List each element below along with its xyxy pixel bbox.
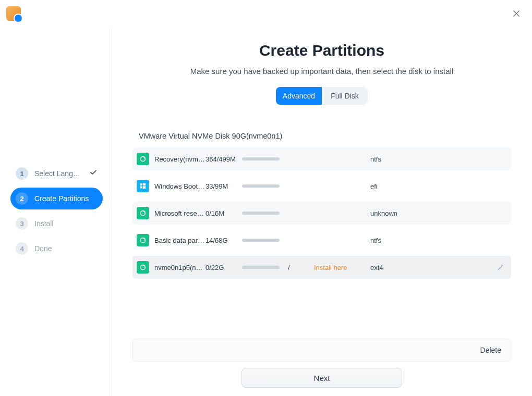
filesystem-type: unknown: [370, 209, 408, 217]
deepin-icon: [137, 234, 149, 246]
partition-row[interactable]: nvme0n1p5(nv…0/22G/Install hereext4: [132, 256, 511, 279]
action-toolbar: Delete: [132, 339, 511, 362]
step-label: Select Langu…: [34, 169, 83, 178]
close-icon: [513, 10, 520, 17]
svg-rect-3: [140, 186, 142, 188]
partition-size: 14/68G: [205, 237, 242, 244]
partition-row[interactable]: Recovery(nvm…364/499Mntfs: [132, 147, 511, 170]
filesystem-type: ext4: [370, 264, 408, 271]
check-icon: [89, 168, 98, 179]
delete-button[interactable]: Delete: [480, 346, 501, 354]
tab-full-disk[interactable]: Full Disk: [322, 87, 368, 105]
usage-bar: [242, 239, 285, 242]
usage-bar: [242, 266, 285, 269]
step-label: Install: [34, 219, 98, 228]
edit-icon[interactable]: [497, 264, 504, 271]
deepin-icon: [137, 207, 149, 219]
sidebar-step-2[interactable]: 2Create Partitions: [10, 188, 103, 209]
step-label: Create Partitions: [34, 194, 98, 203]
sidebar-step-4: 4Done: [10, 238, 103, 259]
partition-list: Recovery(nvm…364/499MntfsWindows Boot …3…: [132, 147, 511, 279]
step-number: 1: [16, 167, 28, 180]
svg-rect-1: [140, 183, 142, 185]
partition-name: Basic data part…: [154, 237, 205, 244]
deepin-icon: [137, 261, 149, 274]
partition-size: 0/16M: [205, 209, 242, 217]
usage-bar: [242, 184, 285, 188]
deepin-icon: [137, 153, 149, 165]
sidebar-step-3: 3Install: [10, 213, 103, 234]
partition-name: Recovery(nvm…: [154, 155, 205, 163]
tab-advanced[interactable]: Advanced: [276, 87, 322, 105]
mount-point: /: [285, 264, 314, 271]
partition-size: 364/499M: [205, 155, 242, 163]
install-hint: Install here: [314, 264, 370, 271]
step-label: Done: [34, 244, 98, 253]
main-panel: Create Partitions Make sure you have bac…: [112, 27, 532, 396]
filesystem-type: efi: [370, 182, 408, 190]
titlebar: [0, 0, 532, 27]
disk-title: VMware Virtual NVMe Disk 90G(nvme0n1): [139, 132, 511, 140]
filesystem-type: ntfs: [370, 237, 408, 244]
partition-name: nvme0n1p5(nv…: [154, 264, 205, 271]
page-subtitle: Make sure you have backed up important d…: [132, 67, 511, 76]
partition-name: Microsoft reser…: [154, 209, 205, 217]
close-button[interactable]: [509, 6, 524, 21]
step-number: 2: [16, 192, 28, 205]
usage-bar: [242, 157, 285, 160]
windows-icon: [137, 180, 149, 192]
step-number: 3: [16, 217, 28, 230]
partition-row[interactable]: Microsoft reser…0/16Munknown: [132, 202, 511, 225]
partition-row[interactable]: Windows Boot …33/99Mefi: [132, 175, 511, 197]
step-number: 4: [16, 242, 28, 255]
sidebar: 1Select Langu…2Create Partitions3Install…: [0, 27, 112, 396]
page-title: Create Partitions: [132, 42, 511, 59]
app-icon: [6, 6, 21, 21]
sidebar-step-1[interactable]: 1Select Langu…: [10, 163, 103, 184]
partition-name: Windows Boot …: [154, 182, 205, 190]
partition-row[interactable]: Basic data part…14/68Gntfs: [132, 229, 511, 252]
partition-size: 33/99M: [205, 182, 242, 190]
partition-size: 0/22G: [205, 264, 242, 271]
svg-rect-2: [143, 183, 146, 185]
mode-segmented: Advanced Full Disk: [276, 87, 368, 105]
filesystem-type: ntfs: [370, 155, 408, 163]
svg-rect-4: [143, 186, 146, 189]
next-button[interactable]: Next: [241, 368, 402, 388]
usage-bar: [242, 212, 285, 215]
disk-area: VMware Virtual NVMe Disk 90G(nvme0n1) Re…: [132, 132, 511, 279]
